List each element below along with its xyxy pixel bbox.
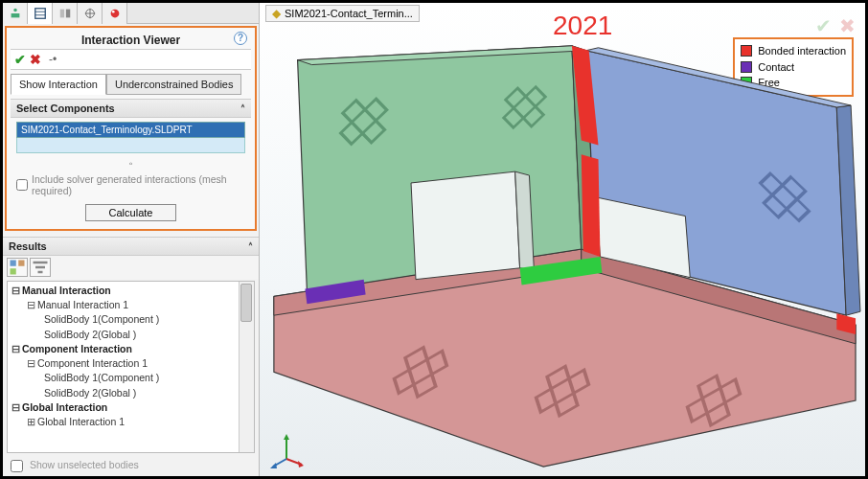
tab-appearance[interactable]: [103, 3, 127, 24]
tree-scroll-thumb[interactable]: [240, 284, 252, 322]
results-area: ⊟Manual Interaction ⊟Manual Interaction …: [3, 279, 259, 476]
tree-scrollbar[interactable]: [239, 282, 254, 452]
group-by-icon[interactable]: [7, 258, 28, 277]
property-manager-panel: Interaction Viewer ? ✔ ✖ -• Show Interac…: [3, 3, 260, 476]
calculate-button[interactable]: Calculate: [85, 204, 177, 221]
view-triad-icon[interactable]: [267, 430, 306, 468]
select-components-label: Select Components: [16, 103, 115, 114]
results-toolbar: [3, 256, 259, 279]
action-row: ✔ ✖ -•: [11, 49, 251, 70]
tab-show-interaction[interactable]: Show Interaction: [11, 74, 106, 95]
svg-marker-31: [582, 154, 601, 257]
svg-marker-24: [411, 171, 520, 280]
flyout-handle-icon[interactable]: ◦: [11, 157, 251, 170]
svg-rect-16: [35, 266, 45, 269]
svg-rect-1: [11, 13, 19, 17]
include-solver-row[interactable]: Include solver generated interactions (m…: [11, 170, 251, 200]
svg-rect-5: [59, 10, 63, 18]
svg-rect-2: [34, 9, 45, 19]
svg-marker-38: [298, 461, 304, 468]
tree-leaf-solidbody2-global-2[interactable]: SolidBody 2(Global ): [10, 386, 252, 400]
filter-icon[interactable]: [30, 258, 51, 277]
show-unselected-checkbox[interactable]: [11, 460, 23, 472]
svg-rect-13: [18, 261, 24, 266]
selected-component[interactable]: SIM2021-Contact_Terminology.SLDPRT: [16, 122, 245, 138]
pin-icon[interactable]: -•: [49, 53, 57, 66]
chevron-up-icon: ˄: [240, 103, 245, 114]
include-solver-checkbox[interactable]: [16, 179, 28, 191]
svg-point-10: [110, 10, 119, 18]
document-tab[interactable]: ◆ SIM2021-Contact_Termin...: [265, 5, 420, 22]
tree-component-interaction-1[interactable]: ⊟Component Interaction 1: [10, 356, 252, 371]
show-unselected-row[interactable]: Show unselected bodies: [3, 455, 259, 476]
selection-empty-slot[interactable]: [16, 138, 245, 153]
panel-title-row: Interaction Viewer ?: [11, 30, 251, 49]
subtabs: Show Interaction Underconstrained Bodies: [11, 74, 251, 95]
tree-global-interaction-1[interactable]: ⊞Global Interaction 1: [10, 415, 252, 429]
component-selection-list[interactable]: SIM2021-Contact_Terminology.SLDPRT: [16, 122, 245, 153]
graphics-viewport[interactable]: ◆ SIM2021-Contact_Termin... 2021 ✔ ✖ Bon…: [260, 3, 865, 476]
tab-underconstrained[interactable]: Underconstrained Bodies: [106, 74, 242, 95]
include-solver-label: Include solver generated interactions (m…: [32, 173, 245, 196]
show-unselected-label: Show unselected bodies: [30, 459, 139, 470]
select-components-header[interactable]: Select Components ˄: [11, 99, 251, 118]
chevron-up-icon: ˄: [248, 241, 253, 252]
svg-rect-15: [34, 262, 48, 264]
tab-property-manager[interactable]: [28, 3, 53, 24]
tab-dimxpert[interactable]: [78, 3, 103, 24]
part-icon: ◆: [272, 7, 281, 20]
tree-leaf-solidbody1-comp-2[interactable]: SolidBody 1(Component ): [10, 371, 252, 385]
panel-tab-strip: [3, 3, 259, 24]
iso-scene: [260, 32, 865, 476]
results-tree[interactable]: ⊟Manual Interaction ⊟Manual Interaction …: [7, 281, 255, 453]
tree-manual-interaction[interactable]: ⊟Manual Interaction: [10, 284, 252, 298]
help-icon[interactable]: ?: [234, 32, 247, 45]
svg-marker-40: [270, 463, 277, 468]
results-header[interactable]: Results ˄: [3, 237, 259, 256]
tab-feature-tree[interactable]: [3, 3, 28, 24]
svg-point-0: [13, 9, 17, 12]
results-label: Results: [9, 240, 47, 252]
svg-rect-14: [11, 268, 16, 274]
interaction-viewer-section: Interaction Viewer ? ✔ ✖ -• Show Interac…: [5, 26, 257, 231]
tree-manual-interaction-1[interactable]: ⊟Manual Interaction 1: [10, 298, 252, 312]
svg-rect-6: [65, 10, 69, 18]
svg-rect-12: [11, 261, 16, 266]
tab-configuration[interactable]: [53, 3, 78, 24]
svg-point-11: [111, 11, 114, 13]
tree-leaf-solidbody2-global[interactable]: SolidBody 2(Global ): [10, 328, 252, 342]
svg-rect-17: [38, 271, 43, 274]
document-tab-label: SIM2021-Contact_Termin...: [285, 8, 413, 19]
svg-marker-36: [284, 434, 289, 440]
tree-component-interaction[interactable]: ⊟Component Interaction: [10, 342, 252, 356]
tree-global-interaction[interactable]: ⊟Global Interaction: [10, 400, 252, 415]
tree-leaf-solidbody1-comp[interactable]: SolidBody 1(Component ): [10, 312, 252, 327]
ok-icon[interactable]: ✔: [14, 52, 26, 67]
panel-title: Interaction Viewer: [81, 34, 180, 47]
cancel-icon[interactable]: ✖: [30, 52, 41, 67]
